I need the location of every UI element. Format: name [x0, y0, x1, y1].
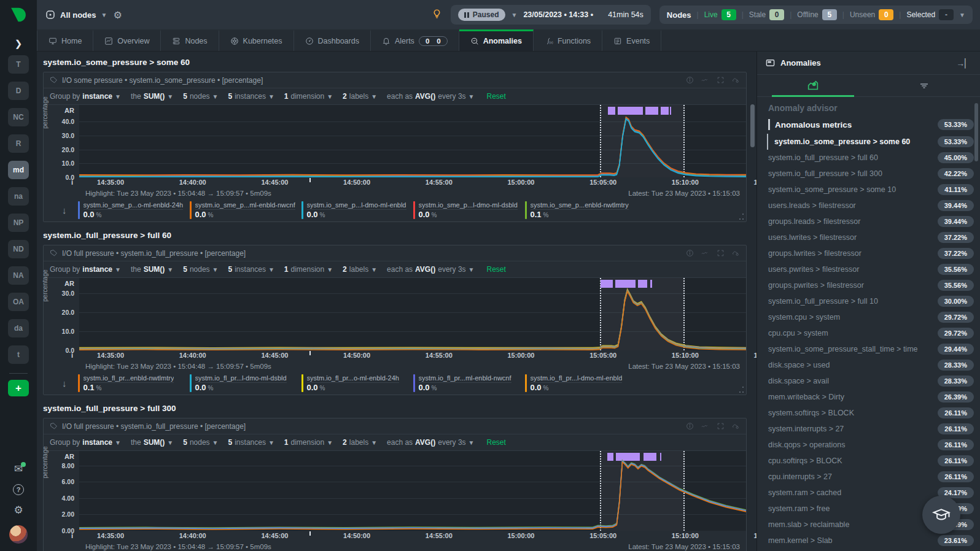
- toolbar-avg[interactable]: each as AVG() every 3s▼: [387, 92, 474, 101]
- legend-item[interactable]: systm.io_sme_p...l-dmo-ml-enbld 0.0%: [301, 201, 407, 219]
- node-count-offline[interactable]: Offline5: [797, 9, 836, 20]
- metric-row[interactable]: users.pwrites > filestressor35.56%: [768, 261, 974, 277]
- inbox-icon[interactable]: ✉: [14, 464, 23, 474]
- info-icon[interactable]: [686, 249, 694, 257]
- metric-row[interactable]: groups.lreads > filestressor39.44%: [768, 214, 974, 229]
- legend-item[interactable]: systm.io_fl_pr...l-dmo-ml-dsbld 0.0%: [190, 374, 295, 392]
- metric-row[interactable]: disk.qops > operations26.11%: [768, 437, 974, 453]
- toolbar-1[interactable]: 1 dimension▼: [284, 92, 333, 101]
- info-icon[interactable]: [686, 422, 694, 430]
- toolbar-5[interactable]: 5 instances▼: [228, 92, 274, 101]
- anomaly-rate-label[interactable]: AR: [64, 453, 74, 460]
- legend-item[interactable]: systm.io_sme_p...l-dmo-ml-dsbld 0.0%: [413, 201, 519, 219]
- date-range[interactable]: 23/05/2023 • 14:33 •: [523, 10, 593, 19]
- toolbar-1[interactable]: 1 dimension▼: [284, 265, 333, 274]
- toolbar-2[interactable]: 2 labels▼: [343, 438, 377, 447]
- metric-row[interactable]: groups.pwrites > filestressor35.56%: [768, 277, 974, 293]
- space-item-t[interactable]: t: [8, 345, 29, 364]
- legend-item[interactable]: systm.io_fl_pr...o-ml-enbld-24h 0.0%: [301, 374, 407, 392]
- learn-fab-button[interactable]: [922, 496, 960, 534]
- metric-row[interactable]: users.cpu > filestressor22.50%: [768, 549, 974, 551]
- metric-row[interactable]: system.io_some_pressure_stall_time > tim…: [768, 341, 974, 357]
- tab-anomaly-advisor[interactable]: [757, 75, 869, 96]
- legend-item[interactable]: systm.io_fl_pr...ml-enbld-nwcnf 0.0%: [413, 374, 519, 392]
- space-item-NP[interactable]: NP: [8, 214, 29, 232]
- news-bulb-icon[interactable]: [432, 9, 442, 21]
- plot-area[interactable]: [79, 105, 746, 177]
- info-icon[interactable]: [686, 76, 694, 84]
- metric-row[interactable]: system.io_some_pressure > some 6053.33%: [767, 134, 974, 150]
- alerts-settings-icon[interactable]: [732, 249, 740, 257]
- space-item-OA[interactable]: OA: [8, 293, 29, 311]
- plot-area[interactable]: [79, 451, 746, 531]
- space-item-T[interactable]: T: [8, 55, 29, 74]
- netdata-logo[interactable]: [0, 0, 37, 29]
- tab-home[interactable]: Home: [37, 29, 93, 51]
- toolbar-sum[interactable]: the SUM()▼: [131, 92, 173, 101]
- legend-item[interactable]: systm.io_sme_p...enbld-nwtlmtry 0.1%: [525, 201, 631, 219]
- metrics-header[interactable]: Anomalous metrics 53.33%: [768, 119, 974, 130]
- fullscreen-icon[interactable]: [717, 249, 725, 257]
- alerts-settings-icon[interactable]: [732, 422, 740, 430]
- tab-dashboards[interactable]: Dashboards: [294, 29, 371, 51]
- plot-area[interactable]: [79, 278, 746, 350]
- tab-events[interactable]: Events: [602, 29, 661, 51]
- reset-button[interactable]: Reset: [486, 92, 505, 101]
- settings-icon[interactable]: ⚙: [14, 505, 23, 515]
- toolbar-instance[interactable]: Group by instance▼: [50, 265, 121, 274]
- chart-type-icon[interactable]: [701, 76, 709, 84]
- toolbar-sum[interactable]: the SUM()▼: [131, 438, 173, 447]
- space-item-R[interactable]: R: [8, 134, 29, 153]
- collapse-panel-icon[interactable]: →▏: [956, 58, 971, 68]
- legend-sort-icon[interactable]: ↓: [62, 205, 67, 215]
- toolbar-5[interactable]: 5 nodes▼: [183, 438, 218, 447]
- metric-row[interactable]: users.lwrites > filestressor37.22%: [768, 229, 974, 245]
- tab-anomalies[interactable]: Anomalies: [459, 29, 534, 51]
- toolbar-instance[interactable]: Group by instance▼: [50, 438, 121, 447]
- tab-nodes[interactable]: Nodes: [161, 29, 219, 51]
- space-item-da[interactable]: da: [8, 319, 29, 337]
- metric-row[interactable]: system.io_full_pressure > full 30042.22%: [768, 166, 974, 182]
- time-chevron-icon[interactable]: ▼: [511, 12, 518, 18]
- metric-row[interactable]: system.cpu > system29.72%: [768, 309, 974, 325]
- metric-row[interactable]: system.io_full_pressure > full 1030.00%: [768, 293, 974, 309]
- panel-scrollbar[interactable]: [974, 103, 978, 161]
- reset-button[interactable]: Reset: [486, 438, 505, 447]
- space-item-NA[interactable]: NA: [8, 266, 29, 285]
- node-count-stale[interactable]: Stale0: [749, 9, 784, 20]
- anomaly-rate-label[interactable]: AR: [64, 107, 74, 114]
- node-scope-selector[interactable]: All nodes ▼: [45, 10, 107, 20]
- metric-row[interactable]: system.interrupts > 2726.11%: [768, 421, 974, 437]
- metric-row[interactable]: cpu.cpu > system29.72%: [768, 325, 974, 341]
- rail-expand-icon[interactable]: ❯: [15, 38, 23, 49]
- space-item-NC[interactable]: NC: [8, 108, 29, 126]
- main-scrollbar[interactable]: [750, 104, 755, 147]
- tab-kubernetes[interactable]: Kubernetes: [219, 29, 294, 51]
- space-item-D[interactable]: D: [8, 82, 29, 100]
- anomaly-rate-label[interactable]: AR: [64, 280, 74, 287]
- space-item-na[interactable]: na: [8, 187, 29, 206]
- toolbar-instance[interactable]: Group by instance▼: [50, 92, 121, 101]
- node-count-selected[interactable]: Selected-: [906, 9, 954, 20]
- legend-item[interactable]: systm.io_fl_pr...l-dmo-ml-enbld 0.0%: [525, 374, 631, 392]
- metric-row[interactable]: mem.kernel > Slab23.61%: [768, 533, 974, 549]
- metric-row[interactable]: system.io_full_pressure > full 6045.00%: [768, 150, 974, 166]
- node-count-unseen[interactable]: Unseen0: [850, 9, 893, 20]
- metric-row[interactable]: disk.space > used28.33%: [768, 357, 974, 373]
- chart-type-icon[interactable]: [701, 249, 709, 257]
- pause-button[interactable]: Paused: [458, 9, 505, 21]
- toolbar-2[interactable]: 2 labels▼: [343, 265, 377, 274]
- metric-row[interactable]: groups.lwrites > filestressor37.22%: [768, 245, 974, 261]
- resize-handle-icon[interactable]: [737, 387, 744, 393]
- metric-row[interactable]: mem.writeback > Dirty26.39%: [768, 389, 974, 405]
- nodes-chevron-icon[interactable]: ▼: [959, 12, 965, 18]
- scope-settings-icon[interactable]: ⚙: [113, 9, 122, 21]
- add-space-button[interactable]: +: [8, 380, 29, 396]
- metric-row[interactable]: cpu.interrupts > 2726.11%: [768, 469, 974, 485]
- metric-row[interactable]: users.lreads > filestressor39.44%: [768, 198, 974, 214]
- metric-row[interactable]: cpu.softirqs > BLOCK26.11%: [768, 453, 974, 469]
- legend-item[interactable]: systm.io_fl_pr...enbld-nwtlmtry 0.1%: [78, 374, 184, 392]
- chart-type-icon[interactable]: [701, 422, 709, 430]
- metric-row[interactable]: system.io_some_pressure > some 1041.11%: [768, 182, 974, 198]
- legend-sort-icon[interactable]: ↓: [62, 378, 67, 388]
